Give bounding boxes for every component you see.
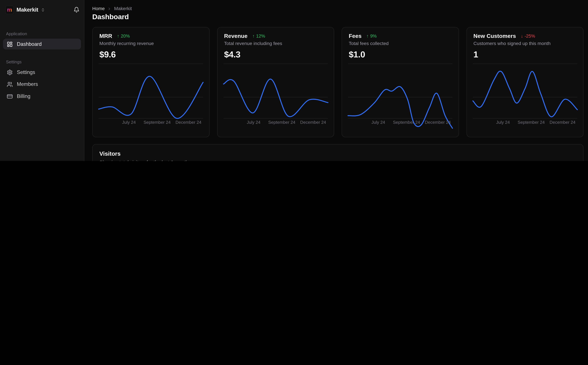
trend-arrow-icon: ↑ (367, 33, 369, 39)
x-tick: December 24 (300, 120, 326, 125)
breadcrumb-home-link[interactable]: Home (92, 6, 105, 11)
trend-value: -25% (525, 33, 535, 39)
stat-value: $4.3 (224, 49, 327, 60)
notifications-bell-icon[interactable] (73, 7, 79, 13)
stat-value: $1.0 (349, 49, 452, 60)
trend-badge: ↓-25% (521, 33, 535, 39)
stat-cards-row: MRR ↑20% Monthly recurring revenue $9.6 … (92, 27, 583, 137)
stat-subtitle: Monthly recurring revenue (99, 41, 202, 46)
x-tick: July 24 (372, 120, 385, 125)
sidebar-item-billing[interactable]: Billing (3, 91, 81, 102)
stat-title: Fees (349, 33, 362, 39)
stat-card-new-customers: New Customers ↓-25% Customers who signed… (466, 27, 583, 137)
x-tick: July 24 (247, 120, 261, 125)
x-axis-ticks: July 24 September 24 December 24 (99, 120, 203, 126)
x-tick: December 24 (425, 120, 451, 125)
stat-subtitle: Total revenue including fees (224, 41, 327, 46)
x-tick: December 24 (175, 120, 201, 125)
sidebar-item-dashboard[interactable]: Dashboard (3, 39, 81, 50)
visitors-title: Visitors (99, 150, 121, 157)
stat-value: 1 (473, 49, 576, 60)
gear-icon (7, 69, 13, 75)
main-content: Home Makerkit Dashboard MRR ↑20% Monthly… (85, 0, 588, 161)
sidebar-item-members[interactable]: Members (3, 79, 81, 90)
trend-arrow-icon: ↑ (117, 33, 119, 39)
new-customers-sparkline-chart[interactable] (473, 61, 577, 121)
chevrons-up-down-icon (41, 8, 45, 12)
page-title: Dashboard (92, 13, 129, 21)
chevron-right-icon (107, 7, 111, 11)
x-tick: December 24 (550, 120, 576, 125)
nav-section-label-settings: Settings (6, 60, 78, 64)
stat-card-mrr: MRR ↑20% Monthly recurring revenue $9.6 … (92, 27, 210, 137)
stat-title: New Customers (473, 33, 516, 39)
trend-value: 12% (256, 33, 265, 39)
credit-card-icon (7, 93, 13, 99)
stat-card-revenue: Revenue ↑12% Total revenue including fee… (217, 27, 334, 137)
stat-subtitle: Customers who signed up this month (473, 41, 576, 46)
breadcrumb: Home Makerkit (92, 6, 132, 11)
x-tick: September 24 (268, 120, 295, 125)
nav-section-label-application: Application (6, 31, 78, 36)
x-tick: July 24 (496, 120, 510, 125)
workspace-selector[interactable]: m Makerkit (5, 5, 80, 14)
makerkit-dashboard-app: m Makerkit Application Dashboard Setting… (0, 0, 588, 161)
stat-subtitle: Total fees collected (349, 41, 452, 46)
users-icon (7, 81, 13, 87)
trend-badge: ↑12% (252, 33, 265, 39)
trend-arrow-icon: ↓ (521, 33, 523, 39)
sidebar: m Makerkit Application Dashboard Setting… (0, 0, 84, 161)
visitors-subtitle: Showing total visitors for the last 6 mo… (99, 160, 191, 161)
trend-arrow-icon: ↑ (252, 33, 255, 39)
x-tick: September 24 (144, 120, 171, 125)
sidebar-item-settings[interactable]: Settings (3, 67, 81, 78)
sidebar-nav: Application Dashboard Settings Settings … (3, 31, 81, 103)
x-tick: July 24 (122, 120, 136, 125)
trend-badge: ↑20% (117, 33, 130, 39)
x-tick: September 24 (518, 120, 545, 125)
x-tick: September 24 (393, 120, 420, 125)
sidebar-item-label: Settings (17, 69, 35, 75)
visitors-card: Visitors Showing total visitors for the … (92, 144, 583, 161)
sidebar-item-label: Members (17, 81, 38, 87)
trend-value: 20% (121, 33, 130, 39)
x-axis-ticks: July 24 September 24 December 24 (473, 120, 577, 126)
fees-sparkline-chart[interactable] (348, 61, 452, 121)
trend-badge: ↑9% (367, 33, 377, 39)
breadcrumb-current: Makerkit (114, 6, 132, 11)
revenue-sparkline-chart[interactable] (223, 61, 328, 121)
mrr-sparkline-chart[interactable] (99, 61, 203, 121)
stat-title: Revenue (224, 33, 248, 39)
x-axis-ticks: July 24 September 24 December 24 (223, 120, 328, 126)
x-axis-ticks: July 24 September 24 December 24 (348, 120, 452, 126)
stat-value: $9.6 (99, 49, 202, 60)
makerkit-logo: m (5, 6, 14, 14)
stat-card-fees: Fees ↑9% Total fees collected $1.0 July … (342, 27, 459, 137)
sidebar-item-label: Dashboard (17, 41, 42, 47)
sidebar-item-label: Billing (17, 93, 30, 99)
workspace-name: Makerkit (17, 7, 38, 13)
layout-dashboard-icon (7, 41, 13, 47)
logo-letter: m (7, 7, 12, 12)
stat-title: MRR (99, 33, 112, 39)
trend-value: 9% (370, 33, 377, 39)
